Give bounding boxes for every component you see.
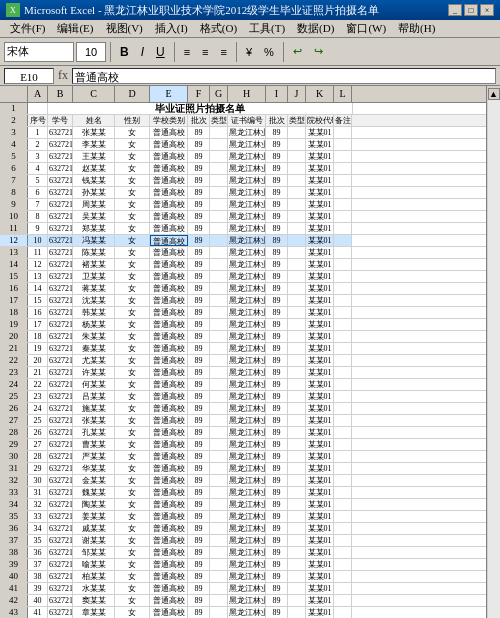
table-cell[interactable]: 89	[266, 487, 288, 498]
table-cell[interactable]: 某某01	[306, 415, 334, 426]
table-cell[interactable]: 22	[28, 379, 48, 390]
table-cell[interactable]: 魏某某	[73, 487, 115, 498]
table-cell[interactable]: 黑龙江林业某某	[228, 583, 266, 594]
table-cell[interactable]: 黑龙江林业某某	[228, 163, 266, 174]
table-cell[interactable]: 632721	[48, 523, 73, 534]
table-cell[interactable]: 89	[266, 499, 288, 510]
table-cell[interactable]: 89	[266, 199, 288, 210]
table-cell[interactable]	[288, 271, 306, 282]
table-cell[interactable]	[334, 427, 352, 438]
table-cell[interactable]: 韩某某	[73, 307, 115, 318]
table-cell[interactable]: 金某某	[73, 475, 115, 486]
table-cell[interactable]: 某某01	[306, 523, 334, 534]
table-cell[interactable]	[334, 199, 352, 210]
table-cell[interactable]: 632721	[48, 319, 73, 330]
table-cell[interactable]: 89	[266, 319, 288, 330]
table-cell[interactable]	[210, 211, 228, 222]
table-cell[interactable]	[334, 319, 352, 330]
table-cell[interactable]: 黑龙江林业某某	[228, 151, 266, 162]
table-cell[interactable]	[210, 187, 228, 198]
table-cell[interactable]: 女	[115, 259, 150, 270]
table-cell[interactable]: 女	[115, 175, 150, 186]
table-cell[interactable]: 冯某某	[73, 235, 115, 246]
table-cell[interactable]	[210, 307, 228, 318]
table-cell[interactable]: 戚某某	[73, 523, 115, 534]
table-cell[interactable]: 89	[266, 211, 288, 222]
table-cell[interactable]: 普通高校	[150, 295, 188, 306]
table-cell[interactable]: 女	[115, 247, 150, 258]
table-cell[interactable]	[210, 295, 228, 306]
maximize-button[interactable]: □	[464, 4, 478, 16]
table-cell[interactable]: 632721	[48, 463, 73, 474]
table-cell[interactable]: 黑龙江林业某某	[228, 355, 266, 366]
table-cell[interactable]: 89	[188, 487, 210, 498]
table-cell[interactable]: 某某01	[306, 235, 334, 246]
table-cell[interactable]: 632721	[48, 235, 73, 246]
redo-button[interactable]: ↪	[309, 41, 328, 63]
table-cell[interactable]: 632721	[48, 331, 73, 342]
table-cell[interactable]: 30	[28, 475, 48, 486]
table-cell[interactable]: 89	[188, 511, 210, 522]
table-cell[interactable]	[210, 247, 228, 258]
table-cell[interactable]: 普通高校	[150, 403, 188, 414]
table-cell[interactable]: 89	[266, 127, 288, 138]
table-cell[interactable]	[210, 223, 228, 234]
table-cell[interactable]: 钱某某	[73, 175, 115, 186]
table-cell[interactable]: 89	[188, 187, 210, 198]
table-cell[interactable]: 黑龙江林业某某	[228, 379, 266, 390]
table-cell[interactable]	[288, 571, 306, 582]
table-cell[interactable]: 632721	[48, 271, 73, 282]
currency-button[interactable]: ¥	[241, 41, 257, 63]
table-cell[interactable]: 黑龙江林业某某	[228, 427, 266, 438]
table-cell[interactable]: 某某01	[306, 475, 334, 486]
table-cell[interactable]: 632721	[48, 223, 73, 234]
col-header-d[interactable]: D	[115, 86, 150, 102]
table-cell[interactable]: 普通高校	[150, 319, 188, 330]
table-cell[interactable]: 89	[188, 235, 210, 246]
table-cell[interactable]	[210, 331, 228, 342]
table-cell[interactable]: 女	[115, 355, 150, 366]
table-cell[interactable]: 89	[266, 355, 288, 366]
underline-button[interactable]: U	[151, 41, 170, 63]
table-cell[interactable]	[334, 259, 352, 270]
table-cell[interactable]: 普通高校	[150, 607, 188, 618]
table-cell[interactable]: 89	[266, 475, 288, 486]
table-cell[interactable]: 某某01	[306, 175, 334, 186]
menu-edit[interactable]: 编辑(E)	[51, 20, 99, 37]
table-cell[interactable]: 黑龙江林业某某	[228, 439, 266, 450]
table-cell[interactable]: 632721	[48, 511, 73, 522]
table-cell[interactable]: 89	[188, 559, 210, 570]
table-cell[interactable]: 89	[188, 379, 210, 390]
table-cell[interactable]	[288, 427, 306, 438]
table-cell[interactable]: 89	[188, 343, 210, 354]
table-cell[interactable]: 某某01	[306, 367, 334, 378]
table-cell[interactable]: 黑龙江林业某某	[228, 295, 266, 306]
table-cell[interactable]: 某某01	[306, 571, 334, 582]
bold-button[interactable]: B	[115, 41, 134, 63]
table-cell[interactable]	[334, 163, 352, 174]
table-cell[interactable]: 女	[115, 331, 150, 342]
table-cell[interactable]: 女	[115, 379, 150, 390]
table-cell[interactable]: 女	[115, 343, 150, 354]
table-cell[interactable]: 89	[266, 283, 288, 294]
table-cell[interactable]: 89	[266, 439, 288, 450]
table-cell[interactable]: 89	[266, 307, 288, 318]
table-cell[interactable]	[288, 331, 306, 342]
table-cell[interactable]: 黑龙江林业某某	[228, 175, 266, 186]
table-cell[interactable]: 普通高校	[150, 199, 188, 210]
table-cell[interactable]	[210, 487, 228, 498]
table-cell[interactable]	[288, 319, 306, 330]
table-cell[interactable]: 89	[266, 247, 288, 258]
table-cell[interactable]: 某某01	[306, 547, 334, 558]
table-cell[interactable]	[288, 211, 306, 222]
table-cell[interactable]: 普通高校	[150, 415, 188, 426]
table-cell[interactable]: 女	[115, 607, 150, 618]
table-cell[interactable]: 普通高校	[150, 247, 188, 258]
table-cell[interactable]: 632721	[48, 295, 73, 306]
table-cell[interactable]: 普通高校	[150, 175, 188, 186]
table-cell[interactable]	[334, 451, 352, 462]
table-cell[interactable]	[210, 175, 228, 186]
cell-c2[interactable]: 姓名	[73, 115, 115, 126]
table-cell[interactable]: 普通高校	[150, 451, 188, 462]
table-cell[interactable]: 632721	[48, 571, 73, 582]
